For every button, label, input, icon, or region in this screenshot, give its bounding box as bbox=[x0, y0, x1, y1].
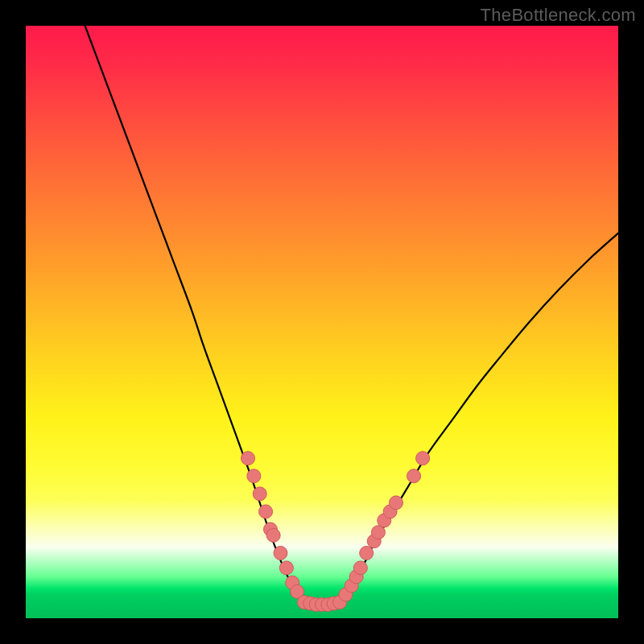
data-marker bbox=[266, 528, 280, 542]
data-marker bbox=[242, 452, 255, 465]
data-marker bbox=[416, 452, 430, 465]
data-marker bbox=[259, 505, 273, 518]
curve-layer bbox=[26, 26, 618, 618]
bottleneck-curve bbox=[85, 26, 618, 605]
data-marker bbox=[279, 561, 293, 575]
watermark-text: TheBottleneck.com bbox=[481, 5, 636, 26]
data-marker bbox=[253, 487, 266, 501]
data-marker bbox=[407, 469, 421, 483]
marker-layer bbox=[242, 452, 430, 612]
data-marker bbox=[353, 561, 367, 575]
chart-frame: TheBottleneck.com bbox=[0, 0, 644, 644]
data-marker bbox=[390, 496, 403, 510]
data-marker bbox=[360, 547, 374, 560]
data-marker bbox=[274, 547, 287, 560]
plot-area bbox=[26, 26, 618, 618]
data-marker bbox=[247, 469, 261, 483]
